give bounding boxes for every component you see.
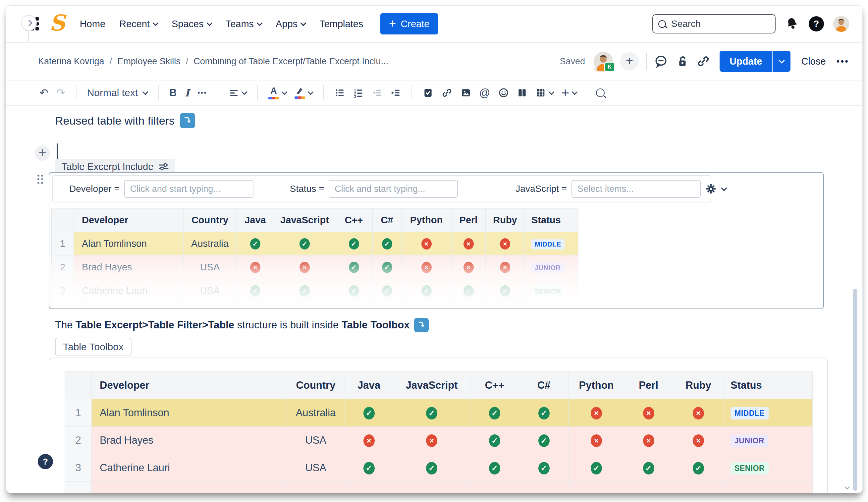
skill-cell[interactable]: ×: [569, 399, 624, 427]
filter-settings-button[interactable]: [705, 183, 726, 195]
notifications-bell-icon[interactable]: [785, 17, 799, 31]
invite-collaborator-button[interactable]: +: [620, 52, 639, 71]
column-header[interactable]: Ruby: [673, 371, 724, 399]
column-header[interactable]: Status: [724, 371, 813, 399]
skill-cell[interactable]: ×: [393, 427, 471, 454]
skill-cell[interactable]: ×: [624, 399, 673, 427]
user-avatar[interactable]: [833, 16, 849, 32]
skill-cell[interactable]: ✓: [471, 427, 519, 454]
skill-cell[interactable]: ×: [624, 427, 673, 454]
include-anchor-icon[interactable]: [180, 113, 195, 128]
breadcrumb-current-page[interactable]: Combining of Table Excerpt/Table Excerpt…: [194, 56, 388, 66]
skill-cell[interactable]: ✓: [335, 232, 373, 255]
developer-cell[interactable]: Catherine Lauri: [92, 454, 287, 482]
row-number-cell[interactable]: 2: [65, 427, 92, 454]
italic-button[interactable]: I: [185, 87, 189, 99]
skill-cell[interactable]: ×: [452, 255, 486, 279]
skill-cell[interactable]: ✓: [335, 279, 373, 303]
mention-button[interactable]: @: [479, 86, 490, 99]
numbered-list-button[interactable]: 123: [353, 88, 364, 98]
skill-cell[interactable]: ✓: [373, 232, 402, 255]
country-cell[interactable]: Australia: [287, 399, 345, 427]
column-header[interactable]: JavaScript: [274, 209, 335, 232]
column-header[interactable]: Country: [184, 209, 237, 232]
help-button[interactable]: ?: [38, 454, 53, 469]
vertical-scrollbar[interactable]: [853, 289, 857, 491]
copy-link-icon[interactable]: [696, 54, 710, 68]
nav-templates[interactable]: Templates: [319, 19, 363, 30]
close-button[interactable]: Close: [801, 56, 826, 67]
column-header[interactable]: Java: [345, 371, 393, 399]
skill-cell[interactable]: ×: [673, 427, 724, 454]
skill-cell[interactable]: ✓: [486, 279, 525, 303]
developer-cell[interactable]: Alan Tomlinson: [92, 399, 287, 427]
filter-input-developer[interactable]: [124, 180, 254, 198]
skill-cell[interactable]: ×: [237, 255, 274, 279]
row-number-cell[interactable]: 3: [52, 279, 74, 303]
image-button[interactable]: [461, 88, 471, 98]
include-anchor-icon[interactable]: [414, 318, 429, 332]
skill-cell[interactable]: ✓: [519, 427, 569, 454]
column-header[interactable]: C++: [335, 209, 373, 232]
update-button[interactable]: Update: [720, 51, 772, 72]
text-style-dropdown[interactable]: Normal text: [87, 87, 147, 99]
insert-dropdown[interactable]: +: [561, 88, 577, 98]
layout-button[interactable]: [517, 88, 527, 98]
undo-button[interactable]: ↶: [39, 88, 48, 98]
row-number-cell[interactable]: 1: [65, 399, 92, 427]
skill-cell[interactable]: ✓: [471, 454, 519, 482]
status-cell[interactable]: SENIOR: [724, 454, 813, 482]
column-header[interactable]: Country: [287, 371, 345, 399]
row-number-cell[interactable]: 3: [65, 454, 92, 482]
outdent-button[interactable]: [372, 88, 382, 98]
column-header[interactable]: JavaScript: [393, 371, 471, 399]
skill-cell[interactable]: ×: [486, 232, 525, 255]
column-header[interactable]: Status: [525, 209, 578, 232]
add-block-button[interactable]: +: [35, 145, 50, 161]
developer-cell[interactable]: Alan Tomlinson: [74, 232, 184, 255]
nav-apps[interactable]: Apps: [276, 19, 306, 30]
skill-cell[interactable]: ×: [402, 255, 452, 279]
skill-cell[interactable]: ✓: [519, 454, 569, 482]
skill-cell[interactable]: ✓: [471, 399, 519, 427]
skill-cell[interactable]: ✓: [237, 232, 274, 255]
column-header[interactable]: Perl: [624, 371, 673, 399]
search-input[interactable]: [671, 18, 761, 30]
create-button[interactable]: +Create: [380, 13, 438, 34]
skill-cell[interactable]: ✓: [393, 454, 471, 482]
highlight-color-dropdown[interactable]: [294, 86, 313, 99]
column-header[interactable]: Java: [237, 209, 274, 232]
column-header[interactable]: Ruby: [486, 209, 525, 232]
country-cell[interactable]: USA: [287, 454, 345, 482]
skill-cell[interactable]: ✓: [452, 279, 486, 303]
skill-cell[interactable]: ✓: [237, 279, 274, 303]
country-cell[interactable]: USA: [287, 427, 345, 454]
update-options-button[interactable]: [772, 51, 790, 72]
skill-cell[interactable]: ✓: [569, 454, 624, 482]
filter-select-javascript[interactable]: [571, 180, 701, 198]
nav-spaces[interactable]: Spaces: [172, 19, 212, 30]
alignment-dropdown[interactable]: [229, 88, 247, 98]
help-icon[interactable]: ?: [809, 16, 824, 31]
emoji-button[interactable]: [498, 88, 509, 98]
filter-input-status[interactable]: [329, 180, 458, 198]
status-cell[interactable]: MIDDLE: [724, 399, 813, 427]
status-cell[interactable]: JUNIOR: [525, 255, 578, 279]
status-cell[interactable]: MIDDLE: [525, 232, 578, 255]
find-button[interactable]: [596, 89, 604, 97]
row-number-header[interactable]: [52, 209, 74, 232]
skill-cell[interactable]: ×: [274, 255, 335, 279]
collaborator-avatar[interactable]: K: [594, 52, 613, 71]
skill-cell[interactable]: ×: [486, 255, 525, 279]
status-cell[interactable]: SENIOR: [525, 279, 578, 303]
skill-cell[interactable]: ✓: [519, 399, 569, 427]
skill-cell[interactable]: ✓: [402, 279, 452, 303]
table-button[interactable]: [535, 88, 554, 98]
skill-cell[interactable]: ✓: [373, 255, 402, 279]
skill-cell[interactable]: ✓: [335, 255, 373, 279]
developer-cell[interactable]: Brad Hayes: [74, 255, 184, 279]
skill-cell[interactable]: ✓: [274, 279, 335, 303]
redo-button[interactable]: ↷: [56, 88, 65, 98]
skill-cell[interactable]: ✓: [624, 454, 673, 482]
nav-teams[interactable]: Teams: [226, 19, 262, 30]
